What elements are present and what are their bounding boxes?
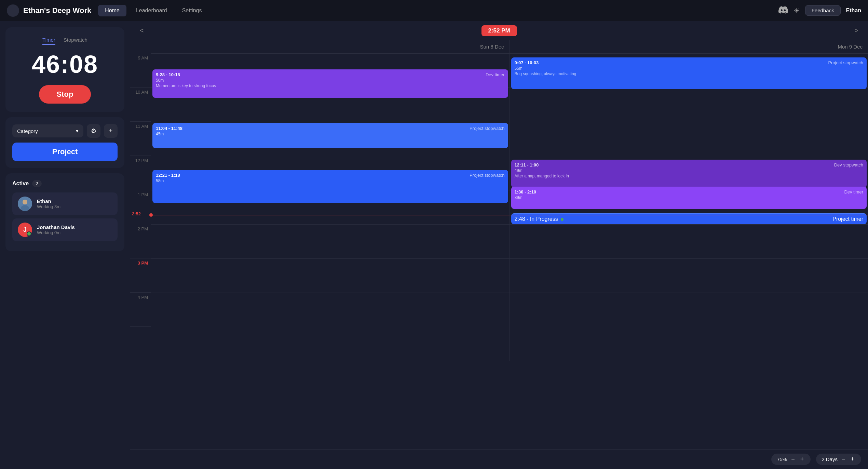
settings-icon-button[interactable]: ⚙ xyxy=(87,124,100,138)
tab-timer[interactable]: Timer xyxy=(42,36,55,45)
time-slot-9am: 9 AM xyxy=(130,53,151,88)
stop-button[interactable]: Stop xyxy=(39,85,91,104)
feedback-button[interactable]: Feedback xyxy=(805,5,841,16)
nav-home-button[interactable]: Home xyxy=(98,5,126,16)
days-decrease-button[interactable]: − xyxy=(840,456,847,463)
left-panel: Timer Stopwatch 46:08 Stop Category ▾ ⚙ … xyxy=(0,21,130,469)
current-time-text: 2:52 xyxy=(132,211,141,216)
nav-leaderboard-button[interactable]: Leaderboard xyxy=(131,5,173,16)
hour-line xyxy=(510,156,868,156)
event-day2-3[interactable]: 1:30 - 2:10 Dev timer 39m xyxy=(511,187,867,209)
nav-user-label: Ethan xyxy=(846,8,861,14)
category-row: Category ▾ ⚙ + xyxy=(12,124,118,138)
time-slot-12pm: 12 PM xyxy=(130,156,151,190)
calendar-panel: < 2:52 PM > Sun 8 Dec Mon 9 Dec 9 AM 10 … xyxy=(130,21,868,469)
user-info-ethan: Ethan Working 3m xyxy=(37,198,60,209)
event-day1-2[interactable]: 11:04 - 11:48 Project stopwatch 45m xyxy=(152,123,508,148)
tab-stopwatch[interactable]: Stopwatch xyxy=(64,36,87,45)
event-note: Bug squashing, always motivating xyxy=(515,71,864,76)
day2-column: 9:07 - 10:03 Project stopwatch 55m Bug s… xyxy=(510,53,868,361)
hour-line xyxy=(510,224,868,225)
event-time: 1:30 - 2:10 xyxy=(515,189,537,195)
discord-icon[interactable] xyxy=(778,5,788,16)
event-day1-1[interactable]: 9:28 - 10:18 Dev timer 50m Momentum is k… xyxy=(152,69,508,98)
current-time-line-day1: 2:52 xyxy=(151,215,510,215)
event-type: Project stopwatch xyxy=(470,173,505,178)
user-item-jonathan: J Jonathan Davis Working 0m xyxy=(12,218,118,241)
cal-day-headers: Sun 8 Dec Mon 9 Dec xyxy=(130,40,868,53)
main-layout: Timer Stopwatch 46:08 Stop Category ▾ ⚙ … xyxy=(0,21,868,469)
nav-settings-button[interactable]: Settings xyxy=(177,5,207,16)
day1-column: 9:28 - 10:18 Dev timer 50m Momentum is k… xyxy=(151,53,510,361)
hour-line xyxy=(510,53,868,54)
event-day2-2[interactable]: 12:11 - 1:00 Dev stopwatch 49m After a n… xyxy=(511,160,867,188)
navbar: Ethan's Deep Work Home Leaderboard Setti… xyxy=(0,0,868,21)
zoom-in-button[interactable]: + xyxy=(799,456,805,463)
event-duration: 49m xyxy=(515,168,864,173)
event-note: After a nap, manged to lock in xyxy=(515,174,864,178)
hour-line xyxy=(151,53,510,54)
event-type: Project stopwatch xyxy=(828,60,863,65)
add-category-button[interactable]: + xyxy=(104,124,118,138)
timer-display: 46:08 xyxy=(14,50,116,78)
days-value: 2 Days xyxy=(822,456,838,462)
inprogress-time: 2:48 - In Progress xyxy=(515,216,565,222)
cal-next-button[interactable]: > xyxy=(850,25,863,36)
inprogress-dot xyxy=(561,218,564,221)
cal-current-time: 2:52 PM xyxy=(481,25,517,36)
current-time-line-day2 xyxy=(510,215,868,215)
user-info-jonathan: Jonathan Davis Working 0m xyxy=(37,224,75,235)
event-type: Dev stopwatch xyxy=(834,162,863,168)
days-increase-button[interactable]: + xyxy=(849,456,856,463)
event-duration: 58m xyxy=(156,178,505,183)
time-slot-10am: 10 AM xyxy=(130,88,151,122)
event-day1-3[interactable]: 12:21 - 1:18 Project stopwatch 58m xyxy=(152,170,508,203)
user-item-ethan: Ethan Working 3m xyxy=(12,192,118,215)
event-time: 12:21 - 1:18 xyxy=(156,173,180,178)
current-time-dot xyxy=(149,213,153,217)
timer-card: Timer Stopwatch 46:08 Stop xyxy=(5,27,124,112)
theme-toggle-icon[interactable]: ☀ xyxy=(794,6,800,15)
event-duration: 39m xyxy=(515,195,864,200)
category-card: Category ▾ ⚙ + Project xyxy=(5,117,124,168)
cal-day1-header: Sun 8 Dec xyxy=(151,40,510,53)
cal-grid-wrapper[interactable]: 9 AM 10 AM 11 AM 12 PM 1 PM 2 PM 3 PM 4 … xyxy=(130,53,868,449)
event-duration: 50m xyxy=(156,78,505,83)
zoom-control: 75% − + xyxy=(771,454,811,465)
event-note: Momentum is key to strong focus xyxy=(156,83,505,88)
nav-right: ☀ Feedback Ethan xyxy=(778,5,861,16)
time-slot-2pm: 2 PM xyxy=(130,224,151,258)
hour-line xyxy=(510,258,868,259)
hour-line xyxy=(151,327,510,327)
hour-line xyxy=(510,293,868,293)
avatar-ethan xyxy=(18,197,32,211)
event-day2-1[interactable]: 9:07 - 10:03 Project stopwatch 55m Bug s… xyxy=(511,57,867,89)
cal-prev-button[interactable]: < xyxy=(136,25,148,36)
project-button[interactable]: Project xyxy=(12,143,118,161)
event-duration: 55m xyxy=(515,66,864,71)
time-slot-1pm: 1 PM xyxy=(130,190,151,224)
event-duration: 45m xyxy=(156,132,505,136)
zoom-out-button[interactable]: − xyxy=(790,456,796,463)
event-time: 9:28 - 10:18 xyxy=(156,72,180,77)
avatar-jonathan: J xyxy=(18,223,32,237)
chevron-down-icon: ▾ xyxy=(76,128,79,134)
app-title: Ethan's Deep Work xyxy=(23,6,91,15)
category-select[interactable]: Category ▾ xyxy=(12,124,83,137)
cal-day2-header: Mon 9 Dec xyxy=(510,40,868,53)
time-column: 9 AM 10 AM 11 AM 12 PM 1 PM 2 PM 3 PM 4 … xyxy=(130,53,151,361)
cal-header: < 2:52 PM > xyxy=(130,21,868,40)
active-header: Active 2 xyxy=(12,180,118,187)
cal-grid: 9 AM 10 AM 11 AM 12 PM 1 PM 2 PM 3 PM 4 … xyxy=(130,53,868,361)
cal-footer: 75% − + 2 Days − + xyxy=(130,449,868,469)
inprogress-type: Project timer xyxy=(832,216,863,222)
time-slot-4pm: 4 PM xyxy=(130,293,151,327)
event-type: Project stopwatch xyxy=(470,126,505,131)
hour-line xyxy=(151,258,510,259)
event-type: Dev timer xyxy=(486,72,505,77)
active-card: Active 2 Ethan Working 3m xyxy=(5,173,124,251)
hour-line xyxy=(510,327,868,327)
hour-line xyxy=(151,156,510,156)
hour-line xyxy=(151,293,510,293)
app-logo xyxy=(7,4,19,17)
